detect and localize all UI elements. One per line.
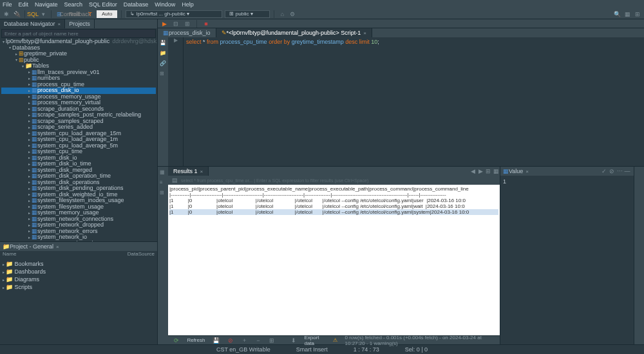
editor-side-icons: 💾 📁 🔗 ⊞ [158, 37, 168, 166]
run-icon[interactable]: ▶ [160, 20, 168, 28]
export-icon[interactable]: ⬇ [290, 337, 296, 344]
more-icon[interactable]: ⋯ [616, 167, 623, 175]
status-insert: Smart Insert [296, 346, 328, 353]
value-tab[interactable]: ▦ Value× ✓ ⊘ ⋯ — [500, 167, 634, 176]
project-col-ds: DataSource [128, 251, 155, 259]
more-icon[interactable]: ▦ [492, 167, 500, 175]
menu-database[interactable]: Database [124, 1, 149, 8]
rollback-icon[interactable]: Rollback [76, 10, 84, 18]
proj-dashboards[interactable]: 📁 Dashboards [1, 268, 156, 275]
grid-row[interactable]: |1 |0 |otelcol |/otelcol |/otelcol |/ote… [169, 209, 498, 215]
next-icon[interactable]: ▶ [477, 167, 484, 175]
refresh-icon[interactable]: ⟳ [173, 337, 179, 344]
grid-icon[interactable]: ▦ [160, 169, 166, 176]
menu-navigate[interactable]: Navigate [35, 1, 58, 8]
panels-icon[interactable]: ⊞ [484, 167, 492, 175]
results-side-icons: ▦ ≡ ⊞ [158, 167, 168, 344]
perspective-icon[interactable]: ▦ [623, 10, 631, 18]
tab-process-disk-io[interactable]: ▦ process_disk_io [158, 28, 216, 37]
close-icon[interactable]: × [58, 21, 61, 27]
open-perspective-icon[interactable]: ⊞ [634, 10, 641, 18]
load-icon[interactable]: 📁 [160, 50, 166, 57]
menu-edit[interactable]: Edit [19, 1, 29, 8]
menu-sqleditor[interactable]: SQL Editor [89, 1, 117, 8]
line-gutter: ▶ [168, 37, 184, 166]
right-gutter [634, 167, 644, 344]
results-tabs: Results 1× ◀ ▶ ⊞ ▦ [168, 167, 500, 176]
status-sel: Sel: 0 | 0 [405, 346, 428, 353]
close-icon[interactable]: × [200, 169, 204, 174]
cancel-icon[interactable]: ⊘ [227, 337, 233, 344]
var-icon[interactable]: ⊞ [160, 71, 166, 77]
revert-icon[interactable]: ⊘ [608, 167, 616, 175]
search-icon[interactable]: 🔍 [613, 10, 621, 18]
proj-scripts[interactable]: 📁 Scripts [1, 283, 156, 291]
menubar: File Edit Navigate Search SQL Editor Dat… [0, 0, 644, 9]
editor-tabs: ▦ process_disk_io ✎ *<lp0rnvfbtyp@fundam… [158, 28, 644, 37]
results-grid[interactable]: |process_pid|process_parent_pid|process_… [168, 185, 500, 335]
explain-icon[interactable]: ⊞ [184, 20, 191, 28]
navigator-search[interactable]: Enter a part of object name here [1, 29, 156, 38]
save-icon[interactable]: 💾 [213, 337, 220, 344]
proj-bookmarks[interactable]: 📁 Bookmarks [1, 260, 156, 268]
add-icon[interactable]: + [242, 337, 247, 344]
link-icon[interactable]: 🔗 [160, 61, 166, 67]
auto-button[interactable]: Auto [97, 10, 117, 18]
sql-editor[interactable]: select * from process_cpu_time order by … [184, 37, 644, 166]
chevron-down-icon[interactable]: ▾ [39, 10, 47, 18]
close-icon[interactable]: × [526, 169, 529, 174]
tab-script-1[interactable]: ✎ *<lp0rnvfbtyp@fundamental_plough-publi… [216, 28, 372, 37]
dup-icon[interactable]: ⊞ [269, 337, 275, 344]
run-line-icon[interactable]: ⊟ [172, 20, 180, 28]
grid-separator: |-----------|------------------|--------… [169, 192, 498, 198]
proj-diagrams[interactable]: 📁 Diagrams [1, 275, 156, 283]
status-bar: CST en_GB Writable Smart Insert 1 : 74 :… [0, 344, 644, 354]
tab-db-navigator[interactable]: Database Navigator× [0, 19, 65, 28]
grid-row[interactable]: |1 |0 |otelcol |/otelcol |/otelcol |/ote… [169, 198, 498, 203]
schema-dropdown[interactable]: ⊞ public ▾ [225, 10, 270, 18]
tree-table[interactable]: ▦ system_cpu_time [1, 149, 156, 155]
main-toolbar: ✱ 🔌 SQL ▾ ⊞ Commit Rollback T Auto ↳ lp0… [0, 9, 644, 19]
close-icon[interactable]: × [56, 244, 59, 250]
tab-projects[interactable]: Projects [65, 19, 95, 28]
grid-header: |process_pid|process_parent_pid|process_… [169, 186, 498, 192]
sql-icon[interactable]: SQL [29, 10, 37, 18]
home-icon[interactable]: ⌂ [278, 10, 286, 18]
new-icon[interactable]: ✱ [3, 10, 10, 18]
connection-dropdown[interactable]: ↳ lp0rnvftst ... gh-public ▾ [126, 10, 222, 18]
del-icon[interactable]: − [255, 337, 261, 344]
tx-icon[interactable]: T [86, 10, 94, 18]
results-filter-bar: ▤ select * from process_cpu_time or... |… [168, 176, 500, 185]
filter-icon[interactable]: ▤ [171, 176, 178, 184]
db-tree: lp0rnvfbtyp@fundamental_plough-public dd… [0, 39, 157, 241]
save-icon[interactable]: 💾 [160, 40, 166, 46]
navigator-tabs: Database Navigator× Projects [0, 19, 157, 28]
prev-icon[interactable]: ◀ [469, 167, 477, 175]
status-enc: CST en_GB Writable [216, 346, 270, 353]
apply-icon[interactable]: ✓ [600, 167, 608, 175]
tree-table[interactable]: ▦ llm_traces_preview_v01 [1, 70, 156, 76]
menu-help[interactable]: Help [182, 1, 194, 8]
text-icon[interactable]: ≡ [160, 180, 166, 186]
status-pos: 1 : 74 : 73 [354, 346, 379, 353]
plug-icon[interactable]: 🔌 [13, 10, 21, 18]
project-col-name: Name [3, 251, 128, 259]
project-tab[interactable]: 📁 Project - General× [0, 242, 157, 251]
editor-toolbar: ▶ ⊟ ⊞ ■ [158, 19, 644, 28]
tab-results-1[interactable]: Results 1× [168, 167, 209, 176]
line-1: ▶ [168, 37, 183, 45]
menu-file[interactable]: File [3, 1, 12, 8]
results-footer: ⟳ Refresh 💾 ⊘ + − ⊞ ⬇ Export data ⚠ 0 ro… [168, 335, 500, 344]
stop-icon[interactable]: ■ [202, 20, 210, 28]
grid-row[interactable]: |1 |0 |otelcol |/otelcol |/otelcol |/ote… [169, 203, 498, 209]
menu-window[interactable]: Window [155, 1, 175, 8]
fetch-status: 0 row(s) fetched - 0.001s (+0.004s fetch… [345, 335, 495, 346]
menu-search[interactable]: Search [64, 1, 83, 8]
min-icon[interactable]: — [623, 167, 631, 175]
close-icon[interactable]: × [363, 30, 366, 36]
gear-icon[interactable]: ⚙ [289, 10, 296, 18]
record-icon[interactable]: ⊞ [160, 190, 166, 196]
value-body[interactable]: 1 [500, 176, 634, 344]
